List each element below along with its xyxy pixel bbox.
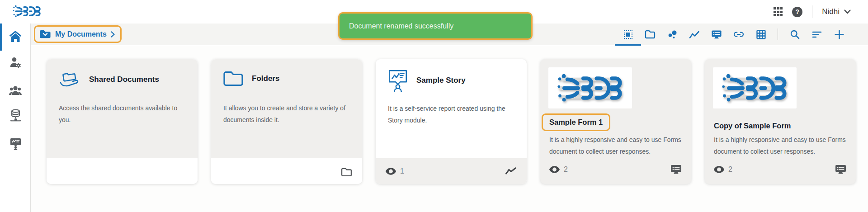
card-copy-of-sample-form[interactable]: Copy of Sample Form It is a highly respo… (705, 59, 856, 184)
sidebar-item-data[interactable] (0, 106, 31, 124)
card-title: Shared Documents (89, 75, 159, 84)
user-menu[interactable]: Nidhi (822, 7, 851, 16)
toolbar-add[interactable] (834, 24, 844, 45)
toolbar-folder[interactable] (645, 24, 656, 45)
eye-icon (714, 166, 724, 173)
folder-icon (341, 167, 352, 177)
form-thumbnail (713, 67, 797, 108)
sidebar-item-groups[interactable] (0, 81, 31, 99)
views-counter: 2 (549, 165, 568, 174)
toolbar-divider (778, 28, 778, 40)
toolbar-line-chart[interactable] (689, 24, 700, 45)
toast-notification: Document renamed successfully (338, 12, 533, 40)
form-icon (670, 164, 682, 175)
views-count: 2 (564, 165, 568, 174)
card-title: Sample Story (416, 76, 466, 85)
toolbar-dashboard-view[interactable] (623, 24, 633, 45)
toolbar-bubbles[interactable] (667, 24, 678, 45)
sidebar-item-user-settings[interactable] (0, 53, 31, 71)
card-description: It is a self-service report created usin… (388, 103, 516, 126)
card-footer: 2 (549, 164, 682, 175)
link-icon (733, 31, 744, 38)
eye-icon (386, 168, 396, 175)
card-title: Copy of Sample Form (714, 122, 791, 130)
card-description: Access the shared documents available to… (59, 102, 187, 126)
apps-grid-icon[interactable] (774, 7, 783, 16)
views-count: 1 (400, 167, 404, 175)
card-footer: 1 (376, 158, 527, 184)
form-icon (835, 164, 847, 175)
card-footer: 2 (714, 164, 847, 175)
toolbar-grid[interactable] (755, 24, 766, 45)
views-counter: 2 (714, 165, 732, 174)
bubbles-icon (667, 29, 678, 40)
home-icon (9, 30, 22, 42)
bdb-logo (13, 5, 42, 18)
sort-icon (812, 31, 822, 38)
user-gear-icon (9, 57, 21, 68)
card-title: Folders (252, 74, 279, 83)
form-icon (711, 29, 722, 40)
folder-icon (223, 70, 244, 87)
views-count: 2 (728, 165, 732, 174)
toolbar-sort[interactable] (811, 24, 822, 45)
sidebar-item-training[interactable] (0, 135, 31, 153)
breadcrumb-folder-icon (39, 29, 51, 39)
topbar-divider (812, 5, 812, 18)
bdb-logo (721, 73, 789, 104)
card-description: It is a highly responsive and easy to us… (549, 134, 683, 157)
breadcrumb-chevron-icon (111, 31, 115, 38)
sidebar-item-home[interactable] (0, 27, 31, 45)
form-thumbnail (548, 67, 632, 108)
card-description: It allows you to create and store a vari… (223, 102, 351, 126)
line-chart-icon (689, 30, 700, 39)
views-counter: 1 (386, 167, 404, 175)
card-footer (211, 158, 362, 184)
users-icon (9, 85, 22, 95)
shared-documents-icon (58, 70, 81, 89)
folder-icon (645, 29, 656, 39)
app-window: ? Nidhi (0, 0, 868, 212)
chevron-down-icon (844, 9, 851, 14)
card-folders[interactable]: Folders It allows you to create and stor… (211, 59, 362, 184)
line-chart-icon (505, 167, 517, 175)
highlighted-title: Sample Form 1 (542, 113, 610, 131)
help-icon[interactable]: ? (792, 7, 802, 17)
card-sample-story[interactable]: Sample Story It is a self-service report… (376, 59, 527, 184)
toolbar (623, 24, 844, 45)
card-title: Sample Form 1 (549, 118, 610, 131)
breadcrumb[interactable]: My Documents (34, 25, 122, 43)
database-icon (9, 109, 22, 122)
card-shared-documents[interactable]: Shared Documents Access the shared docum… (47, 59, 198, 184)
card-footer (47, 158, 198, 184)
eye-icon (549, 166, 560, 173)
breadcrumb-label: My Documents (55, 30, 107, 38)
bdb-logo (557, 73, 624, 104)
card-description: It is a highly responsive and easy to us… (714, 134, 848, 157)
user-name: Nidhi (822, 7, 840, 16)
plus-icon (835, 30, 844, 39)
presentation-person-icon (9, 137, 22, 150)
toast-message: Document renamed successfully (349, 22, 453, 30)
toolbar-form[interactable] (711, 24, 722, 45)
toolbar-search[interactable] (789, 24, 800, 45)
sidebar (0, 24, 31, 212)
story-icon (387, 69, 408, 92)
dashboard-icon (624, 30, 632, 39)
card-sample-form-1[interactable]: Sample Form 1 It is a highly responsive … (540, 59, 691, 184)
toolbar-link[interactable] (733, 24, 744, 45)
search-icon (790, 29, 800, 39)
grid-icon (756, 29, 766, 40)
